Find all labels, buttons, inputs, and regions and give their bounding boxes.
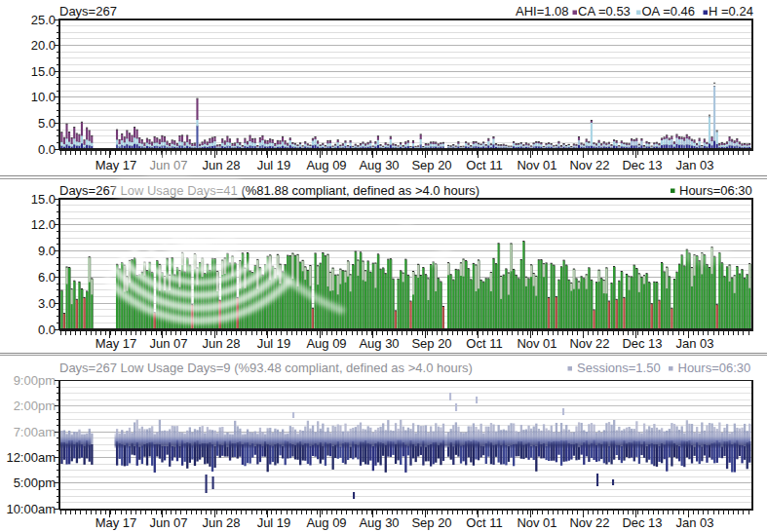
svg-text:Days=267: Days=267 bbox=[59, 4, 117, 19]
svg-text:Aug 30: Aug 30 bbox=[359, 515, 399, 530]
svg-text:Jun 07: Jun 07 bbox=[149, 515, 187, 530]
svg-text:0.0: 0.0 bbox=[38, 142, 56, 157]
svg-text:Days=267 Low Usage Days=9 (%93: Days=267 Low Usage Days=9 (%93.48 compli… bbox=[59, 361, 473, 375]
svg-text:Aug 09: Aug 09 bbox=[306, 158, 346, 172]
svg-text:May 17: May 17 bbox=[96, 336, 137, 351]
svg-text:Jun 28: Jun 28 bbox=[202, 336, 240, 351]
svg-text:Dec 13: Dec 13 bbox=[622, 336, 662, 351]
svg-text:Jul 19: Jul 19 bbox=[257, 515, 291, 530]
svg-text:Dec 13: Dec 13 bbox=[622, 515, 662, 530]
svg-text:Sessions=1.50: Sessions=1.50 bbox=[577, 361, 661, 375]
svg-text:7:00am: 7:00am bbox=[14, 425, 56, 439]
svg-text:20.0: 20.0 bbox=[31, 38, 56, 53]
svg-text:9:00pm: 9:00pm bbox=[14, 373, 56, 388]
svg-text:Jan 03: Jan 03 bbox=[675, 336, 713, 351]
svg-text:Nov 22: Nov 22 bbox=[569, 336, 609, 351]
svg-text:Aug 30: Aug 30 bbox=[359, 158, 399, 172]
svg-text:Jun 28: Jun 28 bbox=[202, 515, 240, 530]
svg-text:3.0: 3.0 bbox=[38, 296, 56, 311]
svg-text:May 17: May 17 bbox=[96, 515, 137, 530]
svg-text:Sep 20: Sep 20 bbox=[411, 515, 451, 530]
svg-text:Nov 01: Nov 01 bbox=[517, 515, 556, 530]
svg-text:Sep 20: Sep 20 bbox=[411, 336, 451, 351]
svg-text:10.0: 10.0 bbox=[31, 90, 56, 104]
svg-text:10:00am: 10:00am bbox=[6, 502, 56, 516]
svg-text:Nov 22: Nov 22 bbox=[569, 515, 609, 530]
svg-text:Sep 20: Sep 20 bbox=[411, 158, 451, 172]
svg-text:12:00am: 12:00am bbox=[6, 450, 56, 465]
svg-text:H =0.24: H =0.24 bbox=[709, 4, 753, 19]
svg-text:Dec 13: Dec 13 bbox=[622, 158, 662, 172]
svg-text:15.0: 15.0 bbox=[31, 64, 56, 79]
svg-text:5.0: 5.0 bbox=[38, 116, 56, 131]
svg-text:Oct 11: Oct 11 bbox=[466, 515, 502, 530]
svg-text:Jun 07: Jun 07 bbox=[149, 336, 187, 351]
svg-text:Jan 03: Jan 03 bbox=[675, 515, 713, 530]
svg-text:0.0: 0.0 bbox=[38, 323, 56, 337]
svg-text:Aug 30: Aug 30 bbox=[359, 336, 399, 351]
svg-text:CA =0.53: CA =0.53 bbox=[578, 4, 631, 19]
svg-text:15.0: 15.0 bbox=[31, 192, 56, 207]
svg-text:Nov 01: Nov 01 bbox=[517, 158, 556, 172]
svg-text:AHI=1.08: AHI=1.08 bbox=[516, 4, 569, 19]
svg-text:Hours=06:30: Hours=06:30 bbox=[678, 361, 751, 375]
svg-text:Jul 19: Jul 19 bbox=[257, 158, 291, 172]
svg-text:25.0: 25.0 bbox=[31, 13, 56, 27]
svg-text:Oct 11: Oct 11 bbox=[466, 336, 502, 351]
svg-text:Oct 11: Oct 11 bbox=[466, 158, 502, 172]
svg-text:Nov 01: Nov 01 bbox=[517, 336, 556, 351]
svg-text:6.0: 6.0 bbox=[38, 270, 56, 285]
svg-text:5:00pm: 5:00pm bbox=[14, 475, 56, 490]
svg-text:Hours=06:30: Hours=06:30 bbox=[679, 183, 752, 198]
svg-text:Jan 03: Jan 03 bbox=[675, 158, 713, 172]
svg-text:Aug 09: Aug 09 bbox=[306, 336, 346, 351]
svg-text:May 17: May 17 bbox=[96, 158, 137, 172]
svg-text:Aug 09: Aug 09 bbox=[306, 515, 346, 530]
svg-text:Jul 19: Jul 19 bbox=[257, 336, 291, 351]
svg-text:OA =0.46: OA =0.46 bbox=[642, 4, 696, 19]
svg-text:12.0: 12.0 bbox=[31, 217, 56, 232]
svg-text:Nov 22: Nov 22 bbox=[569, 158, 609, 172]
svg-text:9.0: 9.0 bbox=[38, 244, 56, 258]
svg-text:2:00pm: 2:00pm bbox=[14, 399, 56, 413]
svg-text:Jun 28: Jun 28 bbox=[202, 158, 240, 172]
